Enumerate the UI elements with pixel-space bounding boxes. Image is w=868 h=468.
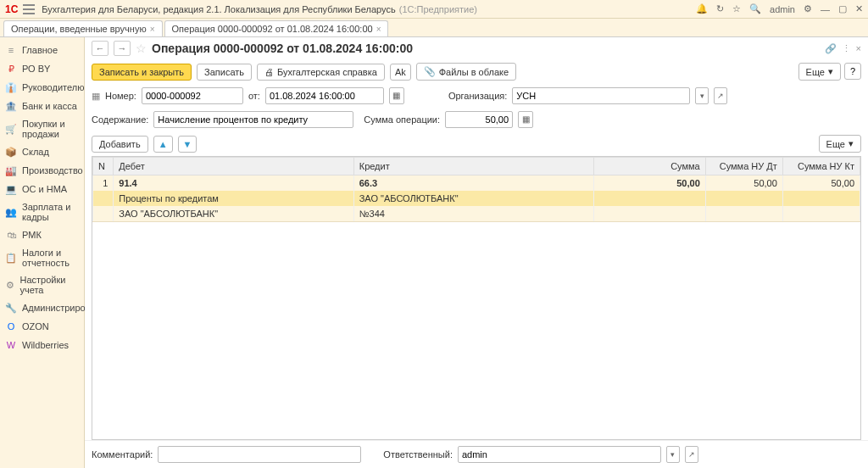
content-label: Содержание: (92, 114, 148, 125)
nav-label: Главное (22, 45, 58, 55)
nav-label: Руководителю (22, 82, 84, 92)
sidebar-item[interactable]: ≡Главное (0, 41, 84, 59)
col-sum[interactable]: Сумма (594, 158, 706, 176)
more-icon[interactable]: ⋮ (842, 43, 851, 54)
cloud-files-button[interactable]: 📎Файлы в облаке (416, 63, 516, 81)
more-button[interactable]: Еще ▾ (798, 63, 841, 81)
nav-icon: 👥 (5, 206, 17, 218)
table-row[interactable]: 191.466.350,0050,0050,00 (93, 176, 860, 192)
sidebar-item[interactable]: 👔Руководителю (0, 78, 84, 97)
favorite-icon[interactable]: ☆ (136, 42, 147, 55)
nav-label: Налоги и отчетность (22, 248, 79, 268)
calendar-icon[interactable]: ▦ (389, 87, 404, 104)
accounting-ref-button[interactable]: 🖨Бухгалтерская справка (257, 64, 385, 81)
comment-label: Комментарий: (92, 449, 153, 460)
sidebar-item[interactable]: OOZON (0, 317, 84, 336)
org-field[interactable] (512, 87, 690, 104)
sidebar-item[interactable]: 🛍РМК (0, 226, 84, 244)
sidebar-item[interactable]: 📋Налоги и отчетность (0, 244, 84, 271)
col-credit[interactable]: Кредит (353, 158, 593, 176)
nav-icon: ⚙ (5, 279, 14, 291)
sum-field[interactable] (445, 111, 513, 128)
table-row[interactable]: ЗАО "АБСОЛЮТБАНК"№344 (93, 206, 860, 222)
nav-icon: 🛍 (5, 229, 17, 241)
nav-icon: 🏦 (5, 100, 17, 112)
number-label: Номер: (105, 91, 136, 101)
sidebar-item[interactable]: 🛒Покупки и продажи (0, 115, 84, 142)
nav-icon: ₽ (5, 63, 17, 75)
move-up-button[interactable]: ▲ (153, 136, 173, 153)
nav-icon: W (5, 339, 17, 351)
nav-label: Настройки учета (19, 275, 79, 295)
page-title: Операция 0000-000092 от 01.08.2024 16:00… (152, 42, 820, 55)
back-button[interactable]: ← (92, 41, 108, 56)
sidebar-item[interactable]: 🏭Производство (0, 161, 84, 180)
nav-icon: 🔧 (5, 302, 17, 314)
bell-icon[interactable]: 🔔 (696, 3, 708, 14)
nav-label: Wildberries (22, 340, 69, 350)
date-field[interactable] (265, 87, 384, 104)
doc-type-icon[interactable]: ▦ (92, 91, 100, 102)
table-more-button[interactable]: Еще ▾ (819, 135, 861, 153)
tab-operations-list[interactable]: Операции, введенные вручную× (3, 20, 163, 36)
close-icon[interactable]: ✕ (855, 3, 863, 14)
app-title: Бухгалтерия для Беларуси, редакция 2.1. … (42, 4, 696, 14)
settings-icon[interactable]: ⚙ (804, 3, 812, 14)
nav-icon: 👔 (5, 81, 17, 93)
nav-label: РО BY (22, 64, 50, 74)
maximize-icon[interactable]: ▢ (838, 3, 847, 14)
nav-icon: 📦 (5, 146, 17, 158)
user-label: admin (770, 4, 795, 14)
from-label: от: (248, 91, 260, 101)
help-button[interactable]: ? (844, 63, 861, 80)
menu-icon[interactable] (23, 4, 35, 14)
number-field[interactable] (142, 87, 243, 104)
resp-dropdown-icon[interactable]: ▾ (666, 446, 680, 463)
org-dropdown-icon[interactable]: ▾ (695, 87, 709, 104)
close-icon[interactable]: × (376, 25, 381, 34)
sidebar-item[interactable]: 👥Зарплата и кадры (0, 198, 84, 226)
nav-label: РМК (22, 230, 42, 240)
star-icon[interactable]: ☆ (732, 3, 741, 14)
sidebar-item[interactable]: WWildberries (0, 336, 84, 354)
forward-button[interactable]: → (114, 41, 131, 56)
nav-label: OZON (22, 321, 49, 332)
org-open-icon[interactable]: ↗ (714, 87, 727, 104)
content-field[interactable] (153, 111, 353, 128)
table-row[interactable]: Проценты по кредитамЗАО "АБСОЛЮТБАНК" (93, 191, 860, 206)
nav-icon: 📋 (5, 252, 17, 264)
col-debit[interactable]: Дебет (114, 158, 353, 176)
resp-open-icon[interactable]: ↗ (685, 446, 698, 463)
resp-field[interactable] (458, 446, 661, 463)
col-n[interactable]: N (93, 158, 114, 176)
nav-icon: ≡ (5, 44, 17, 56)
sidebar-item[interactable]: 🔧Администрирование (0, 298, 84, 317)
sidebar-item[interactable]: 🏦Банк и касса (0, 97, 84, 115)
search-icon[interactable]: 🔍 (749, 3, 761, 14)
comment-field[interactable] (158, 446, 361, 463)
sidebar-item[interactable]: ⚙Настройки учета (0, 271, 84, 298)
save-close-button[interactable]: Записать и закрыть (92, 64, 192, 81)
add-row-button[interactable]: Добавить (92, 136, 148, 153)
sidebar-item[interactable]: 💻ОС и НМА (0, 180, 84, 198)
link-icon[interactable]: 🔗 (825, 43, 837, 54)
app-logo: 1C (5, 3, 18, 15)
move-down-button[interactable]: ▼ (178, 136, 198, 153)
nav-label: Склад (22, 147, 49, 157)
nav-icon: 🛒 (5, 123, 17, 135)
close-doc-icon[interactable]: × (856, 43, 861, 54)
sidebar-item[interactable]: 📦Склад (0, 142, 84, 161)
nav-label: Зарплата и кадры (22, 202, 79, 222)
nav-label: ОС и НМА (22, 184, 67, 194)
minimize-icon[interactable]: — (821, 4, 830, 14)
save-button[interactable]: Записать (197, 64, 252, 81)
close-icon[interactable]: × (150, 25, 155, 34)
tab-operation-doc[interactable]: Операция 0000-000092 от 01.08.2024 16:00… (164, 20, 389, 36)
col-nud[interactable]: Сумма НУ Дт (705, 158, 782, 176)
col-nuk[interactable]: Сумма НУ Кт (782, 158, 860, 176)
calc-icon[interactable]: ▦ (518, 111, 533, 128)
history-icon[interactable]: ↻ (716, 3, 724, 14)
dtkt-button[interactable]: Ak (390, 64, 411, 81)
resp-label: Ответственный: (383, 449, 453, 460)
sidebar-item[interactable]: ₽РО BY (0, 59, 84, 78)
